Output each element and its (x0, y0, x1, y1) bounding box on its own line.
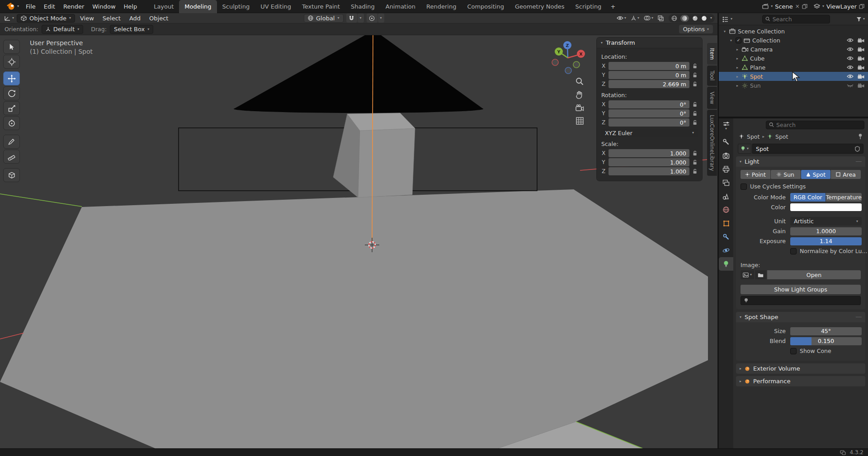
scene-selector[interactable]: ▾ Scene × (762, 3, 807, 10)
collection-checkbox[interactable]: ✓ (736, 38, 741, 43)
workspace-tab-layout[interactable]: Layout (148, 0, 179, 13)
menu-file[interactable]: File (22, 0, 40, 13)
menu-add[interactable]: Add (126, 13, 144, 24)
viewlayer-selector[interactable]: ▾ ViewLayer (814, 3, 864, 10)
transform-panel-header[interactable]: ▾ Transform (597, 38, 702, 48)
shading-rendered-button[interactable] (701, 15, 707, 21)
render-visibility-icon[interactable] (858, 83, 864, 88)
menu-object[interactable]: Object (146, 13, 172, 24)
tool-move[interactable] (3, 71, 20, 85)
properties-tab-physics[interactable] (719, 244, 733, 257)
scale-x-field[interactable]: 1.000 (609, 149, 689, 157)
breadcrumb-object[interactable]: Spot (747, 133, 760, 140)
eye-icon[interactable] (847, 56, 854, 61)
workspace-tab-shading[interactable]: Shading (345, 0, 380, 13)
render-visibility-icon[interactable] (858, 56, 864, 61)
color-mode-rgb-button[interactable]: RGB Color (790, 193, 826, 202)
options-dropdown[interactable]: Options ▾ (679, 25, 713, 33)
show-light-groups-button[interactable]: Show Light Groups (741, 285, 861, 294)
tool-scale[interactable] (3, 101, 20, 115)
object-visibility-dropdown[interactable]: ▾ (615, 14, 627, 23)
lock-icon[interactable] (692, 81, 698, 87)
light-name-field[interactable]: Spot (752, 144, 863, 154)
workspace-tab-rendering[interactable]: Rendering (421, 0, 462, 13)
color-swatch[interactable] (790, 203, 862, 211)
lock-icon[interactable] (692, 150, 698, 156)
rotation-z-field[interactable]: 0° (609, 118, 689, 127)
normalize-checkbox[interactable] (790, 248, 797, 254)
menu-render[interactable]: Render (59, 0, 88, 13)
npanel-tab-item[interactable]: Item (707, 43, 717, 65)
tool-add-cube[interactable] (3, 168, 20, 182)
drag-mode-dropdown[interactable]: Select Box ▾ (110, 25, 153, 34)
expand-icon[interactable]: ▾ (729, 38, 733, 42)
size-field[interactable]: 45° (790, 327, 862, 335)
expand-icon[interactable]: ▾ (722, 29, 727, 33)
shading-dropdown[interactable]: ▾ (710, 16, 712, 20)
axis-z-handle[interactable]: Z (563, 41, 571, 49)
npanel-tab-luxcoreonlinelibrary[interactable]: LuxCoreOnlineLibrary (707, 110, 717, 176)
open-file-browser-button[interactable] (755, 270, 766, 279)
axis-x-handle[interactable]: X (577, 50, 585, 58)
add-workspace-button[interactable]: + (607, 0, 619, 13)
properties-search-input[interactable] (776, 122, 861, 128)
lock-icon[interactable] (692, 160, 698, 165)
light-type-point-button[interactable]: Point (741, 170, 770, 179)
properties-search[interactable] (766, 121, 864, 129)
outliner-row-collection[interactable]: ▾ ✓ Collection (719, 36, 868, 45)
eye-icon[interactable] (847, 47, 854, 52)
axis-y-negative-handle[interactable] (573, 61, 580, 68)
location-z-field[interactable]: 2.669 m (609, 80, 689, 88)
workspace-tab-scripting[interactable]: Scripting (570, 0, 607, 13)
lock-icon[interactable] (692, 72, 698, 78)
proportional-editing-toggle[interactable] (367, 14, 377, 23)
lock-icon[interactable] (692, 111, 698, 117)
open-image-button[interactable]: Open (767, 270, 861, 279)
transform-orientation-dropdown[interactable]: Global ▾ (304, 14, 344, 23)
render-visibility-icon[interactable] (858, 38, 864, 43)
object-mode-dropdown[interactable]: Object Mode ▾ (17, 14, 75, 23)
light-type-sun-button[interactable]: Sun (771, 170, 801, 179)
eye-icon[interactable] (847, 65, 854, 70)
properties-tab-modifiers[interactable] (719, 230, 733, 244)
expand-icon[interactable]: ▸ (735, 66, 740, 70)
tool-measure[interactable] (3, 150, 20, 164)
viewport-gizmos-toggle[interactable]: ▾ (629, 14, 641, 23)
tool-annotate[interactable] (3, 135, 20, 149)
tool-cursor[interactable] (3, 55, 20, 69)
properties-editor-type-button[interactable]: ▾ (719, 121, 733, 131)
properties-tab-output[interactable] (719, 162, 733, 176)
location-x-field[interactable]: 0 m (609, 62, 689, 70)
floor-plane-object[interactable] (0, 189, 708, 448)
lock-icon[interactable] (692, 63, 698, 69)
snapping-dropdown[interactable]: ▾ (358, 14, 364, 23)
location-y-field[interactable]: 0 m (609, 71, 689, 79)
light-type-area-button[interactable]: Area (831, 170, 861, 179)
scale-y-field[interactable]: 1.000 (609, 158, 689, 166)
rotation-y-field[interactable]: 0° (609, 109, 689, 118)
expand-icon[interactable]: ▸ (735, 47, 740, 52)
workspace-tab-geometry-nodes[interactable]: Geometry Nodes (509, 0, 570, 13)
viewport-overlays-toggle[interactable]: ▾ (642, 14, 655, 23)
pin-icon[interactable] (858, 133, 863, 140)
render-visibility-icon[interactable] (858, 47, 864, 52)
axis-gizmo[interactable]: Z Y X (545, 34, 590, 79)
tool-rotate[interactable] (3, 86, 20, 100)
use-cycles-checkbox[interactable] (741, 183, 747, 190)
properties-tab-scene[interactable] (719, 189, 733, 203)
browse-light-data-button[interactable]: ▾ (738, 144, 751, 154)
tool-transform[interactable] (3, 116, 20, 130)
tool-select-box[interactable] (3, 40, 20, 54)
outliner-editor-icon[interactable] (722, 16, 729, 22)
color-mode-temperature-button[interactable]: Temperature (826, 193, 862, 202)
perspective-toggle-button[interactable] (576, 117, 584, 125)
workspace-tab-uv-editing[interactable]: UV Editing (255, 0, 297, 13)
menu-view[interactable]: View (76, 13, 98, 24)
workspace-tab-sculpting[interactable]: Sculpting (217, 0, 255, 13)
workspace-tab-animation[interactable]: Animation (380, 0, 421, 13)
pan-hand-button[interactable] (575, 90, 584, 99)
fake-user-shield-icon[interactable] (855, 146, 860, 152)
render-visibility-icon[interactable] (858, 74, 864, 79)
menu-select[interactable]: Select (99, 13, 124, 24)
exterior-volume-panel-header[interactable]: ▸ Exterior Volume (736, 363, 865, 374)
